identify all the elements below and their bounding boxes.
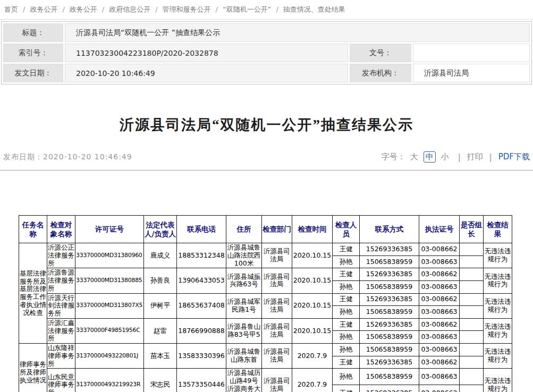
cell-object-name: 沂源鲁源法律服务所 [47,268,75,293]
cell-inspector-contact: 15065838959 [360,306,419,319]
breadcrumb-item[interactable]: 政务公开 [70,5,97,13]
cell-phone: 18853312348 [177,243,226,268]
meta-doc-number-label: 文号： [350,44,411,62]
cell-result: 无违法违规行为 [484,369,512,392]
breadcrumb-item[interactable]: 政务公开 [30,5,57,13]
cell-result: 无违法违规行为 [484,243,512,268]
font-size-controls: 字号： 大 中 小 | 打印 | PDF下载 [382,151,530,163]
meta-title-label: 标题： [3,23,63,42]
cell-phone: 18766990888 [177,318,226,343]
breadcrumb-item[interactable]: 管理和服务公开 [163,5,211,13]
meta-issue-date-value: 2020-10-20 10:46:49 [65,64,348,82]
cell-cert-number: 03-008662 [419,293,460,306]
print-button[interactable]: 打印 [467,152,483,162]
meta-issue-date-label: 发文日期： [3,64,63,82]
pdf-download-button[interactable]: PDF下载 [498,152,530,162]
cell-cert-number: 03-008662 [419,268,460,281]
breadcrumb: 首页/政务公开/政务公开/政府信息公开/管理和服务公开/“双随机一公开”/抽查情… [0,0,533,20]
breadcrumb-item[interactable]: “双随机一公开” [223,5,271,13]
cell-inspector-contact: 15065838959 [360,255,419,268]
cell-result: 无违法违规行为 [484,344,512,369]
table-row: 沂源汇鑫法律服务所33370000F49851956C赵雷18766990888… [19,318,512,331]
cell-inspector-name: 孙艳 [333,255,360,268]
cell-license: 33370000MD31380885 [75,268,144,293]
publish-date: 发布日期：2020-10-20 10:46:49 [3,152,132,162]
cell-department: 沂源县司法局 [262,318,292,343]
cell-is-leader [460,331,484,344]
cell-cert-number: 03-008663 [419,255,460,268]
column-header: 许可证号 [75,216,144,243]
breadcrumb-separator: / [62,5,64,13]
cell-is-leader [460,369,484,385]
cell-cert-number: 03-008663 [419,344,460,356]
publish-date-value: 2020-10-20 10:46:49 [43,152,132,161]
cell-task-name: 律师事务所及律师执业情况 [19,344,47,392]
meta-publisher-label: 发布机构： [350,64,411,82]
cell-cert-number: 03-008663 [419,331,460,344]
cell-inspector-contact: 15269336385 [360,243,419,256]
cell-cert-number: 03-008663 [419,280,460,293]
cell-department: 沂源县司法局 [262,293,292,318]
cell-inspector-contact: 15065838959 [360,280,419,293]
column-header: 检查人员 [333,216,360,243]
column-header: 是否组长 [460,216,484,243]
column-header: 住所 [226,216,262,243]
cell-inspector-name: 孙艳 [333,280,360,293]
separator: | [458,152,461,162]
cell-task-name: 基层法律服务所及基层法律服务工作者执业情况检查 [19,243,47,344]
cell-is-leader [460,268,484,281]
cell-inspector-contact: 15269336385 [360,385,419,392]
column-header: 任务名称 [19,216,47,243]
cell-inspection-date: 2020.10.15 [292,268,333,293]
cell-department: 沂源县司法局 [262,243,292,268]
cell-is-leader [460,344,484,356]
column-header: 法定代表人/负责人 [144,216,177,243]
cell-inspection-date: 2020.10.15 [292,243,333,268]
cell-object-name: 沂源公正法律服务所 [47,243,75,268]
cell-inspection-date: 2020.7.9 [292,369,333,392]
breadcrumb-item[interactable]: 首页 [4,5,18,13]
cell-department: 沂源县司法局 [262,369,292,392]
cell-inspector-contact: 15269336385 [360,268,419,281]
cell-inspector-name: 孙艳 [333,344,360,356]
breadcrumb-item[interactable]: 抽查情况、查处结果 [283,5,345,13]
cell-representative: 伊树平 [144,293,177,318]
article-toolbar: 发布日期：2020-10-20 10:46:49 字号： 大 中 小 | 打印 … [3,151,530,163]
breadcrumb-separator: / [102,5,104,13]
cell-license: 33370000F49851956C [75,318,144,343]
cell-cert-number: 03-008663 [419,369,460,385]
inspection-table: 任务名称检查对象名称许可证号法定代表人/负责人联系电话住所检查部门检查时间检查人… [19,215,512,392]
font-size-medium-button[interactable]: 中 [424,151,436,163]
cell-inspector-name: 孙艳 [333,306,360,319]
cell-phone: 13573350446 [177,369,226,392]
cell-is-leader [460,306,484,319]
cell-inspection-date: 2020.10.15 [292,318,333,343]
breadcrumb-item[interactable]: 政府信息公开 [109,5,150,13]
cell-is-leader [460,356,484,369]
cell-inspector-name: 王健 [333,318,360,331]
cell-address: 沂源县城军民路1号 [226,293,262,318]
cell-inspector-contact: 15269336385 [360,293,419,306]
cell-inspector-name: 孙艳 [333,369,360,385]
cell-inspector-name: 王健 [333,243,360,256]
cell-cert-number: 03-008662 [419,318,460,331]
cell-inspector-contact: 15065838959 [360,331,419,344]
meta-index-label: 索引号： [3,44,63,62]
column-header: 检查结果 [484,216,512,243]
font-size-large-button[interactable]: 大 [410,152,418,162]
column-header: 检查对象名称 [47,216,75,243]
cell-inspector-name: 王健 [333,268,360,281]
table-row: 律师事务所及律师执业情况山东隆祥律师事务所31370000493220801J苗… [19,344,512,356]
breadcrumb-separator: / [155,5,157,13]
meta-row-date: 发文日期： 2020-10-20 10:46:49 发布机构： 沂源县司法局 [3,64,530,82]
cell-representative: 宋志民 [144,369,177,392]
cell-department: 沂源县司法局 [262,268,292,293]
cell-cert-number: 03-008662 [419,243,460,256]
cell-is-leader [460,318,484,331]
cell-inspector-contact: 15065838959 [360,344,419,356]
cell-representative: 苗本玉 [144,344,177,369]
cell-result: 无违法违规行为 [484,318,512,343]
meta-title-value: 沂源县司法局“双随机一公开 ”抽查结果公示 [65,23,530,42]
font-size-small-button[interactable]: 小 [441,152,449,162]
cell-is-leader [460,280,484,293]
